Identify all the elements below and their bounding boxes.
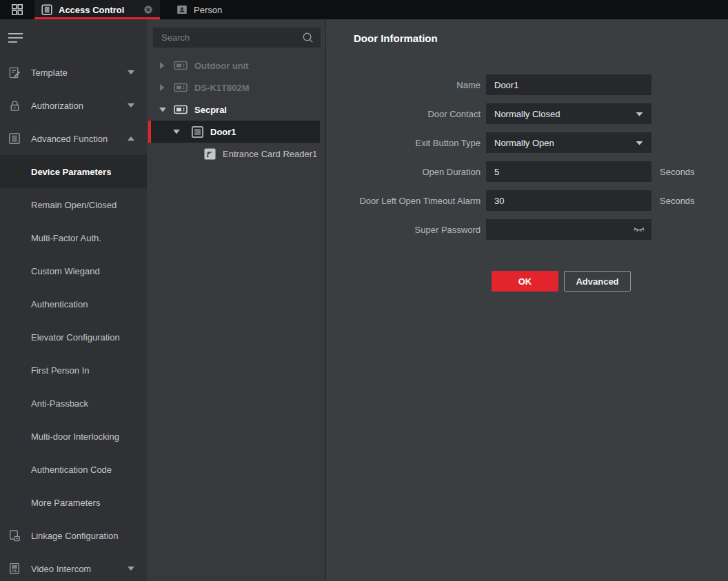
sidebar-item-video-intercom[interactable]: Video Intercom (0, 552, 147, 581)
open-duration-input[interactable] (486, 161, 651, 182)
search-input[interactable] (153, 32, 302, 43)
tree-node-label: DS-K1T802M (194, 83, 249, 93)
selected-option: Normally Open (494, 138, 554, 148)
device-icon (174, 61, 188, 71)
sidebar-item-label: Multi-door Interlocking (31, 431, 119, 442)
sidebar-item-elevator-configuration[interactable]: Elevator Configuration (0, 320, 147, 354)
device-tree: Outdoor unit DS-K1T802M (147, 54, 325, 165)
page-title: Door Information (354, 32, 438, 44)
sidebar-item-label: More Parameters (31, 498, 100, 508)
lock-icon (8, 99, 21, 112)
topbar: Access Control Person (0, 0, 728, 19)
sidebar-item-first-person-in[interactable]: First Person In (0, 354, 147, 387)
super-password-input[interactable] (486, 219, 651, 240)
sidebar-item-advanced-function[interactable]: Advanced Function (0, 122, 147, 155)
app-window: Access Control Person Templ (0, 0, 728, 581)
caret-right-icon[interactable] (159, 62, 165, 69)
card-reader-icon (204, 148, 216, 160)
tree-node-label: Secpral (194, 105, 227, 115)
tree-node-label: Entrance Card Reader1 (223, 149, 317, 159)
chevron-down-icon (636, 141, 643, 145)
chevron-down-icon (636, 112, 643, 116)
sidebar-item-authentication[interactable]: Authentication (0, 287, 147, 320)
form-actions: OK Advanced (492, 271, 631, 292)
sidebar-item-multi-factor-auth[interactable]: Multi-Factor Auth. (0, 221, 147, 254)
sidebar-item-authentication-code[interactable]: Authentication Code (0, 453, 147, 486)
tree-node-secpral[interactable]: Secpral (148, 99, 320, 121)
tab-access-control[interactable]: Access Control (34, 0, 160, 19)
chevron-up-icon (128, 136, 134, 141)
tab-label: Access Control (59, 5, 124, 15)
caret-right-icon[interactable] (159, 84, 165, 91)
person-icon (176, 4, 188, 15)
sidebar-item-multi-door-interlocking[interactable]: Multi-door Interlocking (0, 420, 147, 453)
door-icon (41, 4, 52, 15)
tree-node-door1[interactable]: Door1 (148, 121, 320, 143)
field-label: Open Duration (326, 167, 486, 177)
unit-label: Seconds (660, 196, 695, 206)
search-icon[interactable] (302, 32, 314, 43)
caret-down-icon[interactable] (159, 107, 166, 112)
sidebar-item-custom-wiegand[interactable]: Custom Wiegand (0, 254, 147, 287)
sidebar-item-label: Advanced Function (31, 134, 108, 144)
tree-node-entrance-card-reader1[interactable]: Entrance Card Reader1 (148, 143, 320, 165)
sidebar-item-device-parameters[interactable]: Device Parameters (0, 155, 147, 188)
tree-node-ds-k1t802m[interactable]: DS-K1T802M (148, 77, 320, 99)
sidebar-item-more-parameters[interactable]: More Parameters (0, 486, 147, 519)
tab-person[interactable]: Person (167, 0, 232, 19)
sidebar-item-template[interactable]: Template (0, 56, 147, 89)
tree-node-label: Outdoor unit (194, 61, 249, 71)
sidebar-item-label: First Person In (31, 365, 90, 376)
sidebar-item-label: Template (31, 68, 68, 78)
hamburger-icon (8, 32, 23, 43)
tree-node-label: Door1 (210, 127, 236, 137)
sidebar-item-label: Device Parameters (31, 167, 111, 177)
name-input[interactable] (486, 74, 651, 95)
chevron-down-icon (128, 567, 134, 571)
sidebar-collapse-button[interactable] (0, 19, 147, 56)
sidebar-item-label: Video Intercom (31, 564, 91, 574)
chevron-down-icon (128, 103, 134, 108)
field-label: Super Password (326, 225, 486, 235)
field-label: Door Left Open Timeout Alarm (326, 196, 486, 206)
chevron-down-icon (128, 70, 134, 74)
sidebar-item-remain-open-closed[interactable]: Remain Open/Closed (0, 188, 147, 221)
ok-button[interactable]: OK (492, 271, 558, 292)
device-icon (174, 83, 188, 93)
linkage-icon (8, 529, 21, 542)
app-menu-button[interactable] (0, 0, 34, 19)
sidebar-item-label: Remain Open/Closed (31, 200, 117, 210)
sidebar: Template Authorization Advanced Functi (0, 19, 147, 581)
sidebar-item-label: Multi-Factor Auth. (31, 233, 101, 243)
selected-option: Normally Closed (494, 109, 560, 119)
template-icon (8, 66, 21, 79)
form-row-super-password: Super Password (326, 219, 728, 240)
device-tree-panel: Outdoor unit DS-K1T802M (147, 19, 326, 581)
door-left-open-timeout-alarm-input[interactable] (486, 190, 651, 211)
door-information-panel: Door Information Name Door Contact Norma… (326, 19, 728, 581)
unit-label: Seconds (660, 167, 695, 177)
sidebar-item-authorization[interactable]: Authorization (0, 89, 147, 122)
exit-button-type-select[interactable]: Normally Open (486, 132, 651, 153)
tree-node-outdoor-unit[interactable]: Outdoor unit (148, 54, 320, 77)
form-row-name: Name (326, 74, 728, 95)
sidebar-item-linkage-configuration[interactable]: Linkage Configuration (0, 519, 147, 552)
grid-icon (10, 3, 24, 17)
form-row-door-left-open-timeout-alarm: Door Left Open Timeout Alarm Seconds (326, 190, 728, 211)
form-row-door-contact: Door Contact Normally Closed (326, 103, 728, 124)
caret-down-icon[interactable] (173, 129, 180, 134)
close-icon[interactable] (143, 5, 153, 14)
door-icon (192, 126, 203, 138)
device-icon (174, 105, 188, 115)
field-label: Door Contact (326, 109, 486, 119)
intercom-icon (8, 562, 21, 575)
field-label: Exit Button Type (326, 138, 486, 148)
sidebar-item-label: Custom Wiegand (31, 266, 100, 276)
form-row-exit-button-type: Exit Button Type Normally Open (326, 132, 728, 153)
sidebar-item-anti-passback[interactable]: Anti-Passback (0, 387, 147, 420)
eye-closed-icon[interactable] (633, 226, 645, 233)
door-contact-select[interactable]: Normally Closed (486, 103, 651, 124)
form-row-open-duration: Open Duration Seconds (326, 161, 728, 182)
sidebar-item-label: Linkage Configuration (31, 531, 118, 541)
advanced-button[interactable]: Advanced (564, 271, 631, 292)
